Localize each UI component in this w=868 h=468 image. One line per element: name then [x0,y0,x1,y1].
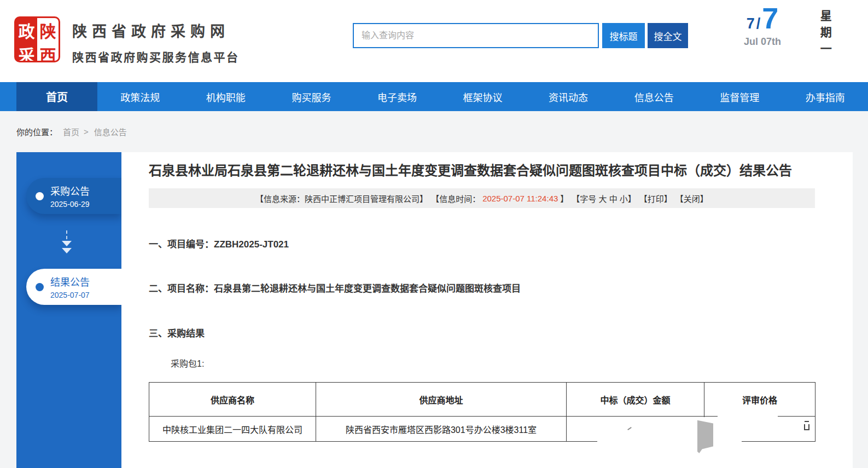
step-date: 2025-07-07 [50,291,90,299]
step-text: 采购公告 2025-06-29 [50,183,90,209]
search-title-button[interactable]: 搜标题 [602,23,645,48]
logo-char: 陕 [37,18,59,42]
breadcrumb-separator: > [84,127,89,136]
arrow-triangle [62,241,72,246]
breadcrumb-prefix: 你的位置： [16,126,57,137]
date-english: Jul 07th [726,36,799,48]
partial-glyph-artifact [804,421,811,430]
article-panel: 石泉县林业局石泉县第二轮退耕还林与国土年度变更调查数据套合疑似问题图斑核查项目中… [121,152,853,468]
date-day: 7 [762,3,778,33]
step-date: 2025-06-29 [50,200,90,209]
site-header: 政 陕 采 西 陕西省政府采购网 陕西省政府购买服务信息平台 搜标题 搜全文 7… [0,0,868,82]
search-area: 搜标题 搜全文 [353,23,688,48]
arrow-triangle [62,248,72,253]
search-fulltext-button[interactable]: 搜全文 [648,23,688,48]
redaction-patch [718,414,778,419]
header-award-amount: 中标（成交）金额 [567,383,704,417]
nav-item-guide[interactable]: 办事指南 [783,82,868,111]
step-title: 采购公告 [50,183,90,198]
meta-time-value: 2025-07-07 11:24:43 [482,194,558,203]
nav-item-supervision[interactable]: 监督管理 [697,82,783,111]
site-titles: 陕西省政府采购网 陕西省政府购买服务信息平台 [72,20,240,65]
sidebar-step-result-notice[interactable]: 结果公告 2025-07-07 [26,269,121,305]
step-text: 结果公告 2025-07-07 [50,274,90,299]
logo-char: 西 [37,42,59,62]
cell-review-price-redacted [704,417,815,442]
nav-item-framework-agreement[interactable]: 框架协议 [440,82,526,111]
step-title: 结果公告 [50,274,90,288]
timeline-sidebar: 采购公告 2025-06-29 结果公告 2025-07-07 [16,152,121,468]
meta-close-button[interactable]: 【关闭】 [675,193,708,204]
step-dot-icon [36,192,44,200]
result-table-wrap: 供应商名称 供应商地址 中标（成交）金额 评审价格 中陕核工业集团二一四大队有限… [149,382,815,442]
page-title: 石泉县林业局石泉县第二轮退耕还林与国土年度变更调查数据套合疑似问题图斑核查项目中… [149,158,815,184]
search-input[interactable] [353,23,599,48]
redaction-patch [597,440,704,444]
step-dot-icon [36,283,44,291]
header-supplier-name: 供应商名称 [149,383,316,417]
cell-award-amount-redacted [567,417,704,442]
logo-char: 政 [16,18,37,42]
arrow-dashed-line [66,230,67,239]
redaction-bookmark-artifact [697,419,713,453]
table-row: 中陕核工业集团二一四大队有限公司 陕西省西安市雁塔区西影路301号办公楼3楼31… [149,417,815,442]
site-subtitle: 陕西省政府购买服务信息平台 [72,48,240,65]
nav-item-home[interactable]: 首页 [16,82,97,111]
meta-time-label: 【信息时间： [431,193,480,204]
meta-source: 【信息来源：陕西中正博汇项目管理有限公司】 [255,193,428,204]
result-table: 供应商名称 供应商地址 中标（成交）金额 评审价格 中陕核工业集团二一四大队有限… [149,382,815,442]
date-numbers: 7 / 7 [726,3,799,33]
header-review-price: 评审价格 [704,383,815,417]
package-label: 采购包1: [171,356,815,369]
cell-supplier-name: 中陕核工业集团二一四大队有限公司 [149,417,316,442]
section-project-name: 二、项目名称：石泉县第二轮退耕还林与国土年度变更调查数据套合疑似问题图斑核查项目 [149,281,815,294]
breadcrumb: 你的位置： 首页 > 信息公告 [0,111,868,152]
date-widget: 7 / 7 Jul 07th [726,3,799,48]
partial-glyph-bar [805,421,809,422]
table-header-row: 供应商名称 供应商地址 中标（成交）金额 评审价格 [149,383,815,417]
site-logo[interactable]: 政 陕 采 西 [14,16,60,62]
nav-item-news[interactable]: 资讯动态 [526,82,611,111]
date-month: 7 [747,15,755,32]
site-title: 陕西省政府采购网 [72,20,240,41]
weekday-label: 星期一 [818,10,832,59]
date-separator: / [756,15,761,32]
nav-item-announcements[interactable]: 信息公告 [611,82,697,111]
sidebar-step-procurement-notice[interactable]: 采购公告 2025-06-29 [26,178,121,214]
nav-item-functions[interactable]: 机构职能 [183,82,269,111]
partial-glyph-box [804,424,809,430]
breadcrumb-home-link[interactable]: 首页 [63,126,79,137]
main-nav: 首页 政策法规 机构职能 购买服务 电子卖场 框架协议 资讯动态 信息公告 监督… [0,82,868,111]
arrow-down-icon [62,230,72,253]
logo-char: 采 [16,42,37,62]
meta-print-button[interactable]: 【打印】 [639,193,672,204]
meta-font-size-controls[interactable]: 【字号 大 中 小】 [572,193,636,204]
content-area: 采购公告 2025-06-29 结果公告 2025-07-07 石泉县林业局石泉… [16,152,852,468]
nav-item-e-marketplace[interactable]: 电子卖场 [354,82,440,111]
nav-item-policies[interactable]: 政策法规 [97,82,183,111]
section-project-number: 一、项目编号：ZZBH2025-JT021 [149,236,815,250]
article-meta-bar: 【信息来源：陕西中正博汇项目管理有限公司】 【信息时间： 2025-07-07 … [149,188,815,208]
cell-supplier-address: 陕西省西安市雁塔区西影路301号办公楼3楼311室 [316,417,567,442]
breadcrumb-current-link[interactable]: 信息公告 [94,126,127,137]
section-procurement-result: 三、采购结果 [149,326,815,339]
header-supplier-address: 供应商地址 [316,383,567,417]
meta-time-suffix: 】 [560,193,568,204]
nav-item-purchase-services[interactable]: 购买服务 [269,82,354,111]
